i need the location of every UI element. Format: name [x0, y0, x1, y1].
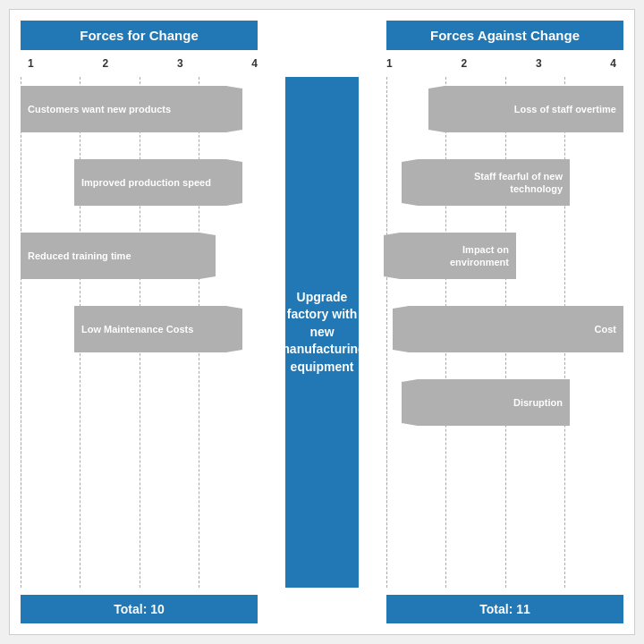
- left-arrow-2: Improved production speed: [21, 159, 258, 206]
- right-arrow-3-label: Impact on environment: [409, 243, 509, 269]
- right-arrow-1-label: Loss of staff overtime: [514, 103, 616, 115]
- left-arrow-3: Reduced training time: [21, 233, 258, 279]
- footer-right: Total: 11: [386, 595, 623, 623]
- scale-left-2: 2: [102, 57, 108, 70]
- scale-right-2: 2: [461, 57, 467, 70]
- header-left: Forces for Change: [21, 21, 258, 50]
- center-section: Upgrade factory with new manufacturing e…: [258, 77, 386, 588]
- left-arrow-1-label: Customers want new products: [28, 103, 171, 115]
- scale-right: 1 2 3 4: [383, 57, 620, 70]
- scale-right-1: 1: [386, 57, 393, 70]
- scale-right-3: 3: [536, 57, 542, 70]
- right-arrow-4: Cost: [386, 306, 623, 352]
- right-arrow-1: Loss of staff overtime: [386, 86, 623, 132]
- headers-row: Forces for Change Forces Against Change: [21, 21, 623, 50]
- diagram-container: Forces for Change Forces Against Change …: [9, 9, 635, 635]
- footers-row: Total: 10 Total: 11: [21, 595, 623, 623]
- scale-left-4: 4: [251, 57, 258, 70]
- right-arrow-4-label: Cost: [595, 323, 616, 335]
- left-arrow-3-label: Reduced training time: [28, 250, 131, 262]
- header-right: Forces Against Change: [386, 21, 623, 50]
- scale-left-3: 3: [177, 57, 183, 70]
- right-arrow-3: Impact on environment: [386, 233, 623, 279]
- center-label: Upgrade factory with new manufacturing e…: [278, 289, 365, 377]
- footer-left: Total: 10: [21, 595, 258, 623]
- left-arrow-2-label: Improved production speed: [81, 176, 211, 189]
- scale-row: 4 3 2 1 1 2 3 4: [21, 57, 623, 70]
- right-arrow-5: Disruption: [386, 379, 623, 426]
- left-section: Customers want new products Improved pro…: [21, 77, 258, 588]
- left-arrow-4: Low Maintenance Costs: [21, 306, 258, 352]
- scale-left: 4 3 2 1: [24, 57, 261, 70]
- main-area: Customers want new products Improved pro…: [21, 77, 623, 588]
- scale-right-4: 4: [610, 57, 616, 70]
- center-bar: Upgrade factory with new manufacturing e…: [285, 77, 359, 588]
- scale-left-1: 1: [28, 57, 34, 70]
- right-arrow-2-label: Staff fearful of new technology: [427, 170, 563, 196]
- right-arrow-5-label: Disruption: [513, 396, 563, 409]
- right-section: Loss of staff overtime Staff fearful of …: [386, 77, 623, 588]
- left-arrow-4-label: Low Maintenance Costs: [81, 323, 193, 335]
- left-arrow-1: Customers want new products: [21, 86, 258, 132]
- right-arrow-2: Staff fearful of new technology: [386, 159, 623, 206]
